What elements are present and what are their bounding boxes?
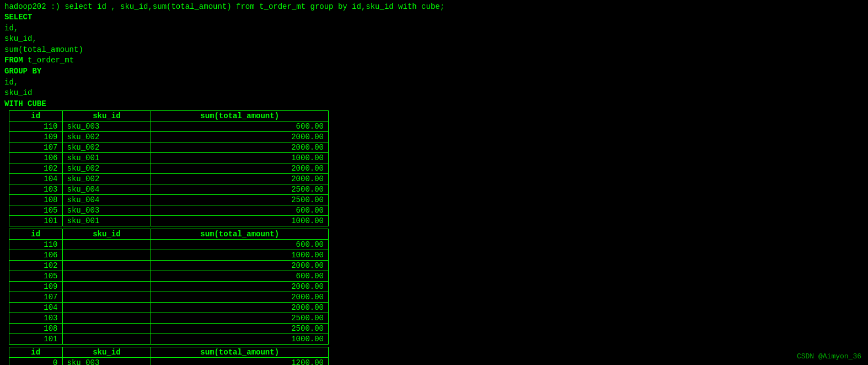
sql-block: SELECT id, sku_id, sum(total_amount) FRO… xyxy=(4,12,864,109)
cell-sku xyxy=(62,261,151,271)
table-row: 102sku_0022000.00 xyxy=(9,163,329,174)
cell-id: 110 xyxy=(9,121,63,132)
table-row: 1072000.00 xyxy=(9,292,329,303)
from-keyword: FROM xyxy=(4,56,23,65)
col-header-amount-1: sum(total_amount) xyxy=(151,111,329,121)
table-row: 105600.00 xyxy=(9,271,329,282)
table2-section: id sku_id sum(total_amount) 110600.00106… xyxy=(9,229,864,345)
cell-amount: 1200.00 xyxy=(151,358,329,365)
cell-amount: 2500.00 xyxy=(151,195,329,205)
cell-sku: sku_003 xyxy=(62,121,151,132)
cell-sku: sku_004 xyxy=(62,184,151,195)
col-header-id-3: id xyxy=(9,347,63,358)
cell-sku: sku_001 xyxy=(62,216,151,226)
cell-id: 104 xyxy=(9,303,63,313)
col-header-skuid-3: sku_id xyxy=(62,347,151,358)
cell-id: 103 xyxy=(9,184,63,195)
cell-amount: 600.00 xyxy=(151,205,329,216)
table-row: 1042000.00 xyxy=(9,303,329,313)
sql-fields: id, sku_id, sum(total_amount) xyxy=(4,24,83,54)
table-row: 106sku_0011000.00 xyxy=(9,153,329,163)
cell-amount: 2000.00 xyxy=(151,303,329,313)
cell-id: 106 xyxy=(9,153,63,163)
table-row: 1022000.00 xyxy=(9,261,329,271)
result-table-3: id sku_id sum(total_amount) 0sku_0031200… xyxy=(9,347,329,365)
cell-sku: sku_002 xyxy=(62,174,151,184)
cell-sku xyxy=(62,292,151,303)
cell-amount: 1000.00 xyxy=(151,153,329,163)
cell-sku: sku_002 xyxy=(62,142,151,153)
select-keyword: SELECT xyxy=(4,13,32,22)
cell-id: 0 xyxy=(9,358,63,365)
cell-amount: 2500.00 xyxy=(151,313,329,324)
table-row: 1092000.00 xyxy=(9,282,329,292)
cell-sku: sku_004 xyxy=(62,195,151,205)
cell-id: 107 xyxy=(9,292,63,303)
col-header-skuid-2: sku_id xyxy=(62,229,151,240)
cell-sku: sku_001 xyxy=(62,153,151,163)
cell-amount: 2500.00 xyxy=(151,324,329,334)
cell-sku: sku_003 xyxy=(62,205,151,216)
table-row: 108sku_0042500.00 xyxy=(9,195,329,205)
cell-amount: 600.00 xyxy=(151,271,329,282)
cell-id: 108 xyxy=(9,324,63,334)
cell-sku xyxy=(62,324,151,334)
cell-sku: sku_002 xyxy=(62,163,151,174)
cell-amount: 1000.00 xyxy=(151,334,329,345)
cell-id: 108 xyxy=(9,195,63,205)
result-table-2: id sku_id sum(total_amount) 110600.00106… xyxy=(9,229,329,345)
command-line: hadoop202 :) select id , sku_id,sum(tota… xyxy=(4,2,864,11)
terminal: hadoop202 :) select id , sku_id,sum(tota… xyxy=(0,0,868,365)
cell-id: 109 xyxy=(9,282,63,292)
cell-amount: 2000.00 xyxy=(151,174,329,184)
cell-id: 104 xyxy=(9,174,63,184)
col-header-amount-3: sum(total_amount) xyxy=(151,347,329,358)
cell-amount: 2000.00 xyxy=(151,132,329,142)
cell-amount: 600.00 xyxy=(151,121,329,132)
cell-id: 107 xyxy=(9,142,63,153)
watermark: CSDN @Aimyon_36 xyxy=(797,352,861,361)
cell-amount: 600.00 xyxy=(151,240,329,250)
cell-amount: 1000.00 xyxy=(151,216,329,226)
cell-id: 101 xyxy=(9,216,63,226)
cell-id: 106 xyxy=(9,250,63,261)
cell-id: 103 xyxy=(9,313,63,324)
cell-amount: 2000.00 xyxy=(151,282,329,292)
cell-id: 101 xyxy=(9,334,63,345)
cell-amount: 2000.00 xyxy=(151,163,329,174)
cell-amount: 2500.00 xyxy=(151,184,329,195)
table-row: 1082500.00 xyxy=(9,324,329,334)
table-row: 104sku_0022000.00 xyxy=(9,174,329,184)
table-row: 101sku_0011000.00 xyxy=(9,216,329,226)
group-fields: id, sku_id xyxy=(4,78,32,98)
cell-sku xyxy=(62,282,151,292)
col-header-id-2: id xyxy=(9,229,63,240)
table-row: 107sku_0022000.00 xyxy=(9,142,329,153)
cell-amount: 2000.00 xyxy=(151,261,329,271)
cell-sku xyxy=(62,250,151,261)
col-header-amount-2: sum(total_amount) xyxy=(151,229,329,240)
cell-id: 105 xyxy=(9,271,63,282)
cell-id: 110 xyxy=(9,240,63,250)
with-cube: WITH CUBE xyxy=(4,99,46,108)
cell-sku xyxy=(62,271,151,282)
table-row: 1032500.00 xyxy=(9,313,329,324)
table-row: 110600.00 xyxy=(9,240,329,250)
table-row: 1011000.00 xyxy=(9,334,329,345)
table-row: 1061000.00 xyxy=(9,250,329,261)
table-row: 109sku_0022000.00 xyxy=(9,132,329,142)
col-header-skuid-1: sku_id xyxy=(62,111,151,121)
result-table-1: id sku_id sum(total_amount) 110sku_00360… xyxy=(9,110,329,226)
table3-section: → id sku_id sum(total_amount) 0sku_00312… xyxy=(9,347,864,365)
from-table: t_order_mt xyxy=(28,56,74,65)
cell-sku xyxy=(62,334,151,345)
table-row: 103sku_0042500.00 xyxy=(9,184,329,195)
table-row: 110sku_003600.00 xyxy=(9,121,329,132)
table-row: 105sku_003600.00 xyxy=(9,205,329,216)
cell-id: 109 xyxy=(9,132,63,142)
group-by-keyword: GROUP BY xyxy=(4,67,41,76)
cell-sku xyxy=(62,240,151,250)
tables-wrapper: id sku_id sum(total_amount) 110sku_00360… xyxy=(4,110,864,365)
cell-sku xyxy=(62,303,151,313)
cell-id: 105 xyxy=(9,205,63,216)
